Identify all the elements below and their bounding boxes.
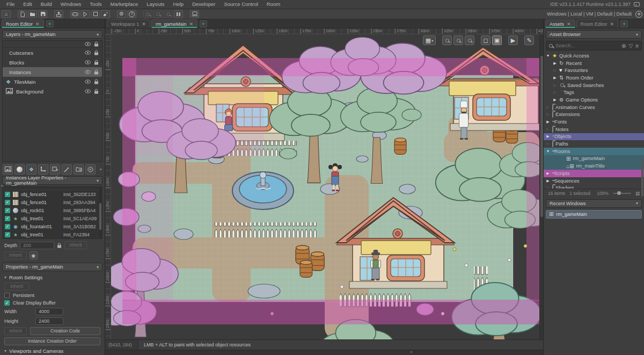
instance-row[interactable]: ✓ ♣ obj_tree01 inst_FA2394: [3, 230, 102, 238]
lock-icon[interactable]: [94, 89, 99, 94]
add-background-layer-icon[interactable]: [3, 164, 13, 175]
canvas-zoom-out-button[interactable]: [442, 35, 452, 45]
zoom-in-icon[interactable]: [164, 10, 173, 18]
asset-tree-row-favourites[interactable]: ▷ ♥ Favourites: [544, 67, 644, 74]
expand-arrow-icon[interactable]: ▶: [553, 98, 557, 102]
lock-icon[interactable]: [94, 60, 99, 65]
run-button[interactable]: [80, 10, 90, 18]
tab-assets[interactable]: Assets✕: [545, 19, 575, 28]
instance-checkbox[interactable]: ✓: [5, 208, 10, 213]
asset-tree-row-extensions[interactable]: ▷ Extensions: [544, 111, 644, 119]
layer-row[interactable]: Blocks: [3, 57, 102, 67]
menu-item[interactable]: Layouts: [142, 1, 169, 7]
new-project-icon[interactable]: [18, 10, 27, 18]
grid-options-button[interactable]: ▦▾: [423, 35, 436, 45]
output-collapse-strip[interactable]: «: [105, 350, 543, 355]
depth-lock-icon[interactable]: [57, 243, 62, 248]
grid-view-icon[interactable]: ▤: [635, 191, 640, 196]
expand-arrow-icon[interactable]: ▷: [553, 68, 557, 73]
instances-scrollbar[interactable]: [99, 188, 101, 237]
expand-arrow-icon[interactable]: ▶: [546, 120, 550, 124]
add-tile-layer-icon[interactable]: ❖: [26, 164, 36, 175]
close-icon[interactable]: ✕: [189, 21, 193, 27]
instance-row[interactable]: ✓ obj_fence01 inst_362DE133: [3, 190, 102, 198]
lock-icon[interactable]: [94, 50, 99, 55]
preview-play-button[interactable]: ▶: [508, 35, 518, 45]
asset-tree-row-room-order[interactable]: ▶ ⇅ Room Order: [544, 74, 644, 82]
add-tab-button[interactable]: +: [620, 20, 628, 27]
menu-item[interactable]: Room: [262, 1, 284, 7]
expand-arrow-icon[interactable]: ▼: [546, 54, 550, 57]
menu-item[interactable]: Windows: [56, 1, 86, 7]
recent-windows-dropdown[interactable]: Recent Windows▾: [546, 199, 642, 208]
help-icon[interactable]: ?: [127, 10, 136, 18]
lock-icon[interactable]: [94, 41, 99, 47]
layer-row[interactable]: Background: [3, 86, 102, 96]
asset-tree-row-objects[interactable]: ▶ Objects: [544, 133, 644, 141]
asset-tree-row-recent[interactable]: ▶ ↻ Recent: [544, 60, 644, 67]
create-executable-icon[interactable]: [54, 10, 63, 18]
save-project-icon[interactable]: [38, 10, 47, 18]
asset-tree-row-shaders[interactable]: ▷ Shaders: [544, 184, 644, 188]
search-input[interactable]: [555, 43, 619, 48]
tab-room-editor[interactable]: Room Editor✕: [576, 19, 619, 28]
asset-tree-row-animation-curves[interactable]: ▷ Animation Curves: [544, 104, 644, 111]
lock-icon[interactable]: [94, 69, 99, 75]
add-tab-button[interactable]: +: [46, 20, 54, 27]
icon-size-slider[interactable]: [613, 193, 631, 194]
delete-layer-icon[interactable]: [85, 164, 96, 175]
canvas-zoom-reset-button[interactable]: [465, 35, 474, 45]
visibility-eye-icon[interactable]: [85, 89, 91, 93]
creation-code-button[interactable]: Creation Code: [30, 327, 100, 335]
asset-tree-row-saved-searches[interactable]: ▷ Saved Searches: [544, 82, 644, 89]
panel-collapse-handle[interactable]: «: [0, 183, 4, 189]
asset-tree-row-tags[interactable]: ▷ Tags: [544, 89, 644, 96]
depth-input[interactable]: 200: [20, 242, 54, 249]
open-project-icon[interactable]: [28, 10, 37, 18]
room-settings-header[interactable]: ▾Room Settings: [0, 273, 105, 281]
expand-arrow-icon[interactable]: ▶: [553, 61, 557, 66]
add-asset-layer-icon[interactable]: [50, 164, 60, 175]
asset-tree-row-paths[interactable]: ▷ Paths: [544, 140, 644, 148]
instance-checkbox[interactable]: ✓: [5, 192, 10, 197]
menu-item[interactable]: Tools: [85, 1, 106, 7]
add-tab-button[interactable]: +: [200, 20, 207, 27]
debugger-break-icon[interactable]: [174, 10, 183, 18]
recent-window-item[interactable]: ⊞ rm_gameMain: [546, 210, 642, 219]
expand-arrow-icon[interactable]: ▷: [546, 105, 550, 110]
visibility-eye-icon[interactable]: [85, 79, 91, 84]
close-icon[interactable]: ✕: [35, 21, 40, 27]
expand-arrow-icon[interactable]: ▼: [546, 149, 550, 153]
expand-arrow-icon[interactable]: ▶: [546, 134, 550, 139]
instance-checkbox[interactable]: ✓: [5, 216, 10, 221]
menu-item[interactable]: File: [2, 1, 19, 7]
instance-row[interactable]: ✓ obj_rock01 inst_3895FBA4: [3, 206, 102, 214]
toolbar-overflow-icon[interactable]: ▸: [100, 167, 102, 171]
center-room-button[interactable]: ▣: [492, 35, 502, 45]
instance-row[interactable]: ✓ ♣ obj_tree01 inst_5C1AEA09: [3, 214, 102, 222]
close-icon[interactable]: ✕: [610, 21, 614, 27]
menu-item[interactable]: Build: [36, 1, 56, 7]
add-asset-icon[interactable]: ⊕: [621, 43, 626, 49]
add-path-layer-icon[interactable]: [38, 164, 48, 175]
paint-mode-button[interactable]: ✎: [524, 35, 534, 45]
clear-display-buffer-checkbox[interactable]: ✓: [4, 300, 10, 306]
instance-checkbox[interactable]: ✓: [5, 232, 10, 237]
width-input[interactable]: 4000: [35, 308, 63, 315]
lock-icon[interactable]: [94, 79, 99, 84]
layer-target-icon[interactable]: ◉: [30, 251, 38, 259]
layer-row[interactable]: Cutscenes: [3, 48, 102, 57]
asset-tree-row-scripts[interactable]: ▶ Scripts: [544, 170, 644, 177]
settings-gear-icon[interactable]: ⚙: [117, 10, 126, 18]
instance-checkbox[interactable]: ✓: [5, 200, 10, 205]
tab-room-editor[interactable]: Room Editor✕: [2, 19, 44, 28]
height-input[interactable]: 2400: [35, 317, 63, 325]
menu-item[interactable]: Marketplace: [106, 1, 143, 7]
room-inherit-button[interactable]: Inherit: [4, 282, 29, 291]
laptop-mode-icon[interactable]: [190, 10, 199, 18]
filter-icon[interactable]: ▽: [628, 43, 633, 49]
asset-tree-row-rm-maintitle[interactable]: ⌂⊞ rm_mainTitle: [544, 162, 644, 170]
layer-inherit-button[interactable]: Inherit: [4, 251, 27, 259]
expand-arrow-icon[interactable]: ▶: [546, 171, 550, 176]
layer-row[interactable]: Instances: [3, 67, 102, 77]
